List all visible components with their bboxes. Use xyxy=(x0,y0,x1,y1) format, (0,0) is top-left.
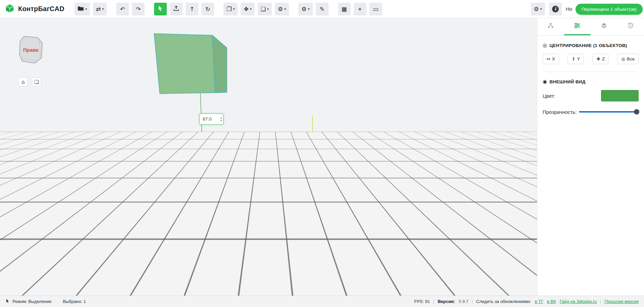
panel-tabs xyxy=(537,18,644,36)
version-value: 0.9.7 xyxy=(459,299,468,304)
history-group: ↶ ↷ xyxy=(116,3,145,15)
undo-button[interactable]: ↶ xyxy=(116,3,129,15)
vk-link[interactable]: в ВК xyxy=(547,299,556,304)
appearance-title: ВНЕШНИЙ ВИД xyxy=(549,79,585,84)
move-tool-button[interactable]: ✥ ▾ xyxy=(241,3,254,15)
arrow-vertical-icon: ↕ xyxy=(572,56,575,61)
appearance-section-header: ◉ ВНЕШНИЙ ВИД xyxy=(543,79,639,85)
view-group: ▦ ⌖ ▭ xyxy=(338,3,382,15)
tab-layers[interactable] xyxy=(591,18,617,35)
previous-version-link[interactable]: Прошлая версия xyxy=(604,299,639,304)
appearance-icon: ◉ xyxy=(543,79,547,85)
home-view-button[interactable]: ⌂ xyxy=(18,77,28,87)
center-all-button[interactable]: ◎ Все xyxy=(617,54,639,64)
settings-tool-button[interactable]: ⚙ ▾ xyxy=(298,3,312,15)
slider-track xyxy=(579,111,639,113)
fps-counter: FPS: 91 xyxy=(414,299,430,304)
edit-group: ⚙ ▾ ✎ xyxy=(298,3,328,15)
duplicate-button[interactable]: ❏ ▾ xyxy=(258,3,272,15)
measure-edit-button[interactable]: ✎ xyxy=(316,3,329,15)
status-left: Режим: Выделение Выбрано: 1 xyxy=(5,299,86,304)
stepper-arrows[interactable]: ▴ ▾ xyxy=(345,173,347,178)
center-z-button[interactable]: ✥ Z xyxy=(593,54,609,64)
target-icon: ◎ xyxy=(543,42,547,48)
center-y-button[interactable]: ↕ Y xyxy=(567,54,584,64)
mode-status: Режим: Выделение xyxy=(12,299,51,304)
home-icon: ⌂ xyxy=(21,79,25,85)
info-button[interactable]: i xyxy=(549,3,562,15)
app-settings-button[interactable]: ⚙ ▾ xyxy=(531,3,545,15)
tools-group: ↑ ↻ xyxy=(154,3,214,15)
move-up-button[interactable]: ↑ xyxy=(186,3,198,15)
controls-hint-tooltip: Управление: ЛКМ - выделение, ПКМ - враще… xyxy=(429,264,531,287)
status-bar: Режим: Выделение Выбрано: 1 FPS: 91 Верс… xyxy=(0,296,644,307)
layers-icon xyxy=(601,23,607,30)
stepper-arrows[interactable]: ▴ ▾ xyxy=(220,117,222,122)
swap-arrows-icon: ⇄ xyxy=(96,6,101,12)
opacity-row: Прозрачность: xyxy=(543,109,639,115)
center-z-label: Z xyxy=(602,56,605,61)
color-swatch[interactable] xyxy=(601,90,639,101)
folder-open-icon xyxy=(78,6,84,12)
move-icon: ✥ xyxy=(244,6,248,12)
main-area: Право ⌂ ❏ ▴ ▾ ▴ ▾ X: 58.00, Y: 79.00, Z:… xyxy=(0,18,644,296)
center-x-button[interactable]: ↔ X xyxy=(543,54,559,64)
view-cube[interactable]: Право xyxy=(18,35,44,66)
selected-green-box[interactable] xyxy=(154,34,227,94)
panel-collapse-button[interactable]: ❯ xyxy=(528,147,537,166)
caret-down-icon: ▾ xyxy=(233,7,235,11)
caret-down-icon: ▾ xyxy=(85,7,87,11)
redo-icon: ↷ xyxy=(136,6,141,12)
tab-properties[interactable] xyxy=(564,18,591,35)
top-toolbar: КонтрБагCAD ▾ ⇄ ▾ ↶ ↷ ↑ ↻ ❐ ▾ ✥ ▾ xyxy=(0,0,644,18)
caret-down-icon: ▾ xyxy=(308,7,310,11)
center-x-label: X xyxy=(552,56,555,61)
slider-thumb[interactable] xyxy=(634,109,639,115)
redo-button[interactable]: ↷ xyxy=(132,3,145,15)
import-export-button[interactable]: ⇄ ▾ xyxy=(93,3,107,15)
version-label: Версия: xyxy=(438,299,455,304)
height-dimension-input[interactable] xyxy=(199,114,224,125)
stepper-down-icon[interactable]: ▾ xyxy=(345,176,347,178)
upload-icon xyxy=(173,5,179,13)
tab-scene-tree[interactable] xyxy=(537,18,564,35)
clone-button[interactable]: ❐ ▾ xyxy=(224,3,238,15)
marquee-select-button[interactable]: ▭ xyxy=(369,3,382,15)
viewport-3d[interactable]: Право ⌂ ❏ ▴ ▾ ▴ ▾ X: 58.00, Y: 79.00, Z:… xyxy=(0,18,537,296)
transform-group: ❐ ▾ ✥ ▾ ❏ ▾ ⚙ ▾ xyxy=(224,3,289,15)
tab-history[interactable] xyxy=(617,18,644,35)
select-tool-button[interactable] xyxy=(154,3,167,15)
refresh-button[interactable]: ↻ xyxy=(201,3,214,15)
telegram-link[interactable]: в ТГ xyxy=(535,299,544,304)
target-icon: ◎ xyxy=(621,56,625,61)
color-row: Цвет: xyxy=(543,90,639,101)
sliders-icon xyxy=(574,23,581,30)
gear-icon: ⚙ xyxy=(534,6,539,12)
opacity-slider[interactable] xyxy=(579,109,639,115)
caret-down-icon: ▾ xyxy=(250,7,252,11)
caret-down-icon: ▾ xyxy=(540,7,542,11)
selection-rectangle-icon: ▭ xyxy=(373,6,379,12)
modifiers-button[interactable]: ⚙ ▾ xyxy=(275,3,289,15)
centering-title: ЦЕНТРИРОВАНИЕ (1 ОБЪЕКТОВ) xyxy=(549,43,627,48)
follow-updates-label: Следить за обновлениями: xyxy=(476,299,531,304)
length-dimension-input[interactable] xyxy=(324,170,348,181)
status-right: FPS: 91 Версия: 0.9.7 Следить за обновле… xyxy=(414,299,639,304)
iso-view-button[interactable]: ❏ xyxy=(32,77,41,87)
duplicate-icon: ❏ xyxy=(261,6,266,12)
view-cube-face-label: Право xyxy=(23,47,39,53)
gear-icon: ⚙ xyxy=(301,6,306,12)
history-icon xyxy=(628,23,634,30)
stepper-down-icon[interactable]: ▾ xyxy=(220,119,222,122)
open-file-button[interactable]: ▾ xyxy=(75,3,90,15)
guide-link[interactable]: Гайд на 3dtoday.ru xyxy=(560,299,597,304)
snap-target-button[interactable]: ⌖ xyxy=(354,3,366,15)
clone-icon: ❐ xyxy=(227,6,232,12)
center-all-label: Все xyxy=(627,56,635,61)
news-link[interactable]: Но xyxy=(566,6,572,12)
app-title: КонтрБагCAD xyxy=(18,5,64,13)
grid-toggle-button[interactable]: ▦ xyxy=(338,3,351,15)
coordinates-tooltip: X: 58.00, Y: 79.00, Z: 65.00 xyxy=(11,276,93,287)
cube-icon: ❏ xyxy=(34,79,39,85)
export-upload-button[interactable] xyxy=(170,3,183,15)
